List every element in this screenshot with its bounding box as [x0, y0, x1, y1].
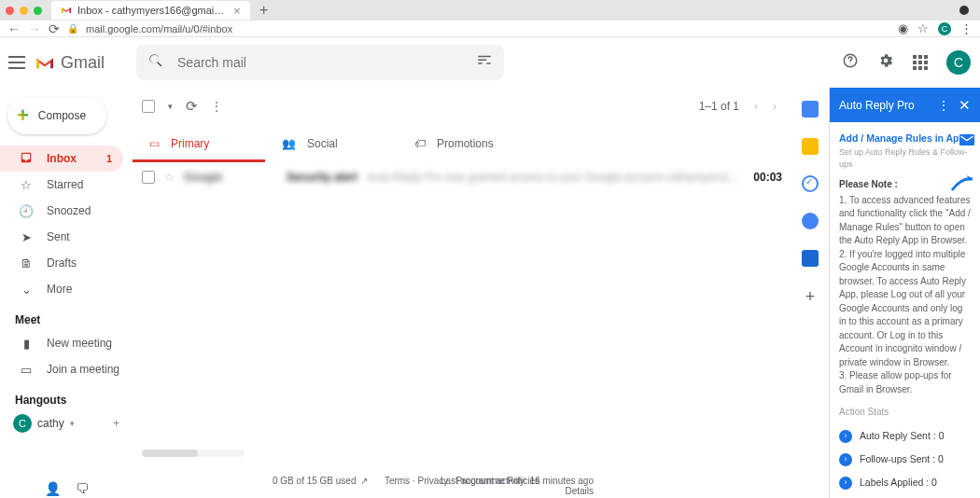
plus-icon: + [17, 104, 29, 128]
promotions-icon: 🏷 [414, 137, 426, 150]
drafts-icon: 🗎 [19, 256, 34, 270]
prev-page-icon[interactable]: ‹ [754, 100, 758, 113]
gmail-header: Gmail C [0, 37, 980, 88]
search-box[interactable] [136, 45, 504, 80]
chat-icon[interactable]: 🗨 [76, 481, 89, 496]
nav-starred[interactable]: ☆Starred [0, 172, 123, 198]
google-apps-icon[interactable] [913, 55, 928, 70]
inbox-count: 1 [106, 153, 112, 164]
support-icon[interactable] [842, 52, 859, 73]
nav-inbox[interactable]: Inbox 1 [0, 145, 123, 172]
note-1: 1. To access advanced features and funct… [839, 194, 971, 248]
manage-rules-sub: Set up Auto Reply Rules & Follow-ups [839, 146, 971, 171]
more-actions-icon[interactable]: ⋮ [211, 100, 222, 113]
tab-primary[interactable]: ▭Primary [133, 125, 265, 162]
nav-label: Starred [47, 178, 83, 191]
browser-account-icon[interactable] [959, 6, 969, 15]
tab-label: Primary [171, 137, 209, 150]
message-snippet: Auto Reply Pro was granted access to you… [367, 171, 744, 184]
star-icon: ☆ [19, 178, 34, 192]
refresh-button[interactable]: ⟳ [186, 98, 198, 115]
chevron-right-icon: › [839, 477, 852, 490]
nav-drafts[interactable]: 🗎Drafts [0, 250, 123, 276]
pointer-arrow-icon [950, 173, 976, 194]
search-icon[interactable] [147, 52, 164, 73]
tab-close-icon[interactable]: × [233, 4, 241, 18]
gmail-logo[interactable]: Gmail [35, 53, 105, 73]
back-button[interactable]: ← [7, 21, 21, 36]
bookmark-star-icon[interactable]: ☆ [917, 21, 929, 35]
person-icon[interactable]: 👤 [45, 481, 61, 496]
mail-envelope-icon [959, 134, 974, 150]
calendar-icon[interactable] [802, 101, 819, 118]
message-row[interactable]: ☆ Google Security alert Auto Reply Pro w… [133, 162, 791, 192]
nav-label: Inbox [47, 152, 77, 165]
url-text[interactable]: mail.google.com/mail/u/0/#inbox [86, 23, 890, 35]
panel-menu-icon[interactable]: ⋮ [938, 99, 949, 112]
meet-join[interactable]: ▭Join a meeting [0, 356, 123, 382]
tab-social[interactable]: 👥Social [265, 125, 398, 162]
nav-label: Drafts [47, 256, 77, 270]
select-all-checkbox[interactable] [142, 100, 155, 113]
new-tab-button[interactable]: + [259, 2, 268, 19]
minimize-window-icon[interactable] [20, 7, 28, 15]
tab-label: Promotions [437, 137, 494, 150]
note-2: 2. If you're logged into multiple Google… [839, 248, 971, 370]
maximize-window-icon[interactable] [34, 7, 42, 15]
stat-labels: ›Labels Applied : 0 [839, 476, 971, 490]
contacts-icon[interactable] [802, 213, 819, 229]
main-menu-icon[interactable] [8, 56, 25, 69]
browser-tabstrip: Inbox - cathymyers166@gmai… × + [0, 0, 980, 21]
nav-snoozed[interactable]: 🕘Snoozed [0, 198, 123, 224]
hangouts-add-icon[interactable]: + [113, 417, 119, 430]
gmail-m-icon [35, 55, 55, 70]
gmail-favicon-icon [61, 5, 72, 16]
browser-menu-icon[interactable]: ⋮ [960, 21, 973, 35]
tasks-icon[interactable] [802, 175, 819, 192]
message-list-pane: ▾ ⟳ ⋮ 1–1 of 1 ‹ › ▭Primary 👥Social 🏷Pro… [133, 88, 791, 498]
search-options-icon[interactable] [476, 52, 493, 73]
settings-icon[interactable] [877, 52, 894, 73]
hangouts-user: cathy [37, 417, 64, 430]
nav-more[interactable]: ⌄More [0, 276, 123, 302]
manage-rules-link[interactable]: Add / Manage Rules in App [839, 131, 971, 145]
get-addons-icon[interactable]: + [805, 287, 816, 307]
clock-icon: 🕘 [19, 204, 34, 218]
panel-close-icon[interactable]: ✕ [959, 97, 971, 114]
reload-button[interactable]: ⟳ [49, 21, 60, 36]
storage-open-icon[interactable]: ↗ [360, 476, 368, 486]
stat-followups: ›Follow-ups Sent : 0 [839, 452, 971, 466]
compose-button[interactable]: + Compose [7, 97, 106, 134]
horizontal-scrollbar[interactable] [142, 450, 245, 457]
browser-tab[interactable]: Inbox - cathymyers166@gmai… × [51, 1, 250, 20]
details-link[interactable]: Details [565, 486, 594, 496]
window-controls[interactable] [6, 7, 42, 15]
hangouts-user-row[interactable]: C cathy ▾ + [0, 414, 133, 433]
browser-profile-avatar[interactable]: C [938, 22, 951, 35]
select-dropdown-icon[interactable]: ▾ [168, 102, 173, 111]
search-input[interactable] [175, 54, 465, 71]
user-avatar-icon: C [13, 414, 32, 433]
next-page-icon[interactable]: › [773, 100, 777, 113]
nav-label: Snoozed [47, 204, 91, 217]
chevron-right-icon: › [839, 453, 852, 466]
tab-title: Inbox - cathymyers166@gmai… [77, 5, 224, 16]
row-star-icon[interactable]: ☆ [164, 171, 175, 184]
addon-panel: Auto Reply Pro ⋮ ✕ Add / Manage Rules in… [829, 88, 980, 498]
account-avatar[interactable]: C [946, 50, 971, 75]
hangouts-bottom-tabs: 👤 🗨 [45, 481, 89, 496]
page-info: 1–1 of 1 [699, 100, 739, 113]
tab-label: Social [307, 137, 338, 150]
terms-link[interactable]: Terms [385, 476, 410, 486]
row-checkbox[interactable] [142, 171, 155, 184]
close-window-icon[interactable] [6, 7, 14, 15]
lock-icon[interactable]: 🔒 [67, 23, 78, 34]
forward-button: → [28, 21, 41, 36]
eye-icon[interactable]: ◉ [898, 21, 908, 35]
nav-sent[interactable]: ➤Sent [0, 224, 123, 250]
keep-icon[interactable] [802, 138, 819, 155]
auto-reply-pro-icon[interactable] [802, 250, 819, 267]
meet-new[interactable]: ▮New meeting [0, 330, 123, 356]
tab-promotions[interactable]: 🏷Promotions [398, 125, 530, 162]
social-icon: 👥 [282, 137, 296, 150]
